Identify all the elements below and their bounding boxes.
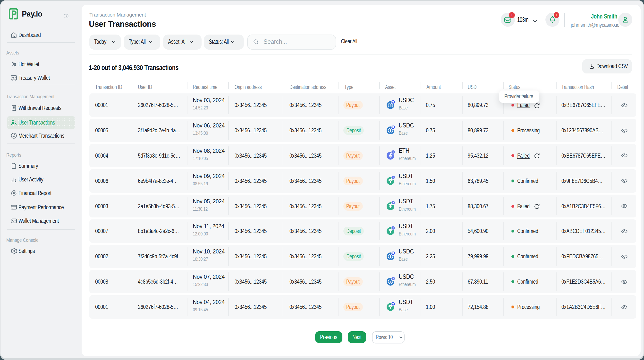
svg-text:$: $ <box>389 280 391 284</box>
svg-text:$: $ <box>389 255 391 258</box>
svg-text:$: $ <box>389 103 391 107</box>
svg-text:$: $ <box>389 129 391 132</box>
